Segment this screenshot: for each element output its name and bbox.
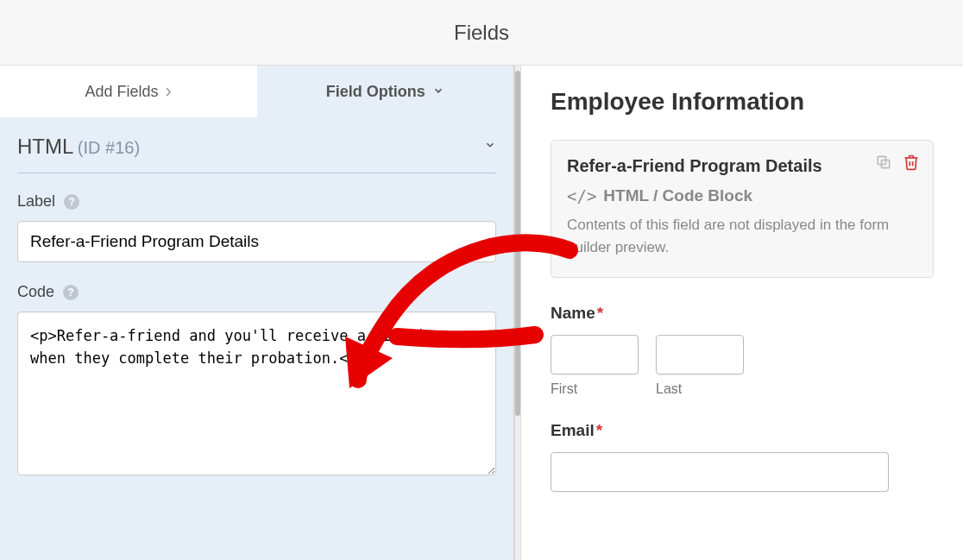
html-block-preview[interactable]: Refer-a-Friend Program Details </> HTML … [551, 140, 934, 278]
block-subtitle-text: HTML / Code Block [603, 186, 752, 205]
block-title: Refer-a-Friend Program Details [567, 156, 917, 176]
tabs-bar: Add Fields Field Options [0, 66, 513, 117]
last-name-sublabel: Last [656, 381, 744, 397]
code-field-group: Code ? [17, 283, 496, 479]
page-title: Fields [454, 21, 509, 45]
chevron-right-icon [166, 80, 172, 103]
block-description: Contents of this field are not displayed… [567, 214, 917, 258]
first-name-sublabel: First [551, 381, 639, 397]
help-icon[interactable]: ? [63, 285, 79, 300]
duplicate-icon[interactable] [874, 153, 893, 172]
email-input[interactable] [551, 452, 889, 492]
first-name-col: First [551, 335, 639, 397]
label-text: Label [17, 192, 55, 211]
label-field-group: Label ? [17, 192, 496, 262]
preview-panel: Employee Information Refer-a-Friend Prog… [521, 66, 963, 560]
left-panel: Add Fields Field Options HTML (ID #16) [0, 66, 514, 560]
name-inputs: First Last [551, 335, 934, 397]
block-subtitle: </> HTML / Code Block [567, 186, 917, 205]
section-title: HTML [17, 135, 73, 158]
section-header[interactable]: HTML (ID #16) [17, 135, 496, 173]
label-input[interactable] [17, 221, 496, 262]
email-row: Email* [551, 421, 934, 492]
last-name-input[interactable] [656, 335, 744, 374]
scrollbar-thumb[interactable] [515, 71, 520, 416]
panel-divider[interactable] [514, 66, 521, 560]
tab-add-fields[interactable]: Add Fields [0, 66, 257, 117]
code-text: Code [17, 283, 54, 301]
block-actions [874, 153, 921, 172]
first-name-input[interactable] [551, 335, 639, 374]
main-layout: Add Fields Field Options HTML (ID #16) [0, 66, 963, 560]
tab-field-options-label: Field Options [326, 83, 425, 101]
page-header: Fields [0, 0, 963, 66]
code-field-label: Code ? [17, 283, 496, 301]
trash-icon[interactable] [902, 153, 921, 172]
required-mark: * [597, 304, 603, 322]
section-collapse-icon [484, 139, 496, 154]
code-textarea[interactable] [17, 311, 496, 475]
last-name-col: Last [656, 335, 744, 397]
tab-add-fields-label: Add Fields [85, 83, 159, 101]
chevron-down-icon [432, 83, 444, 101]
name-row: Name* First Last [551, 304, 934, 397]
help-icon[interactable]: ? [64, 194, 79, 210]
panel-body: HTML (ID #16) Label ? Code ? [0, 117, 513, 500]
preview-title: Employee Information [551, 88, 934, 116]
label-field-label: Label ? [17, 192, 496, 211]
email-label: Email* [551, 421, 934, 440]
section-id: (ID #16) [78, 138, 140, 157]
name-label: Name* [551, 304, 934, 323]
required-mark: * [596, 421, 602, 439]
email-label-text: Email [551, 421, 595, 439]
tab-field-options[interactable]: Field Options [257, 66, 514, 117]
name-label-text: Name [551, 304, 595, 322]
code-icon: </> [567, 186, 596, 205]
section-heading: HTML (ID #16) [17, 135, 140, 159]
